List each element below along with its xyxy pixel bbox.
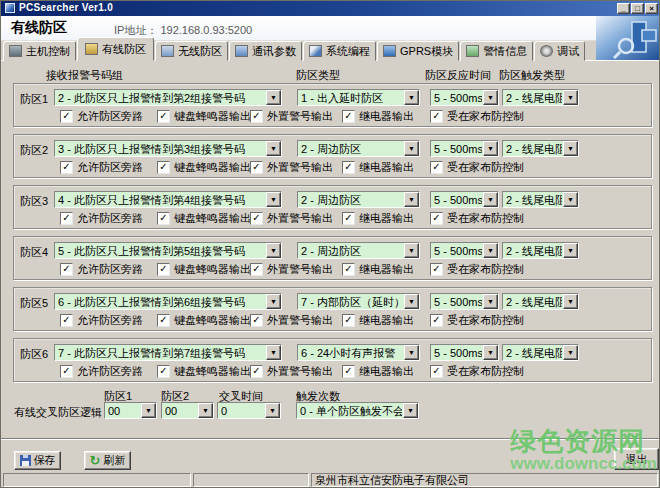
checkbox-external-siren[interactable]: ✓ 外置警号输出	[250, 313, 333, 327]
checkbox-keypad-buzzer[interactable]: ✓ 键盘蜂鸣器输出	[157, 313, 251, 327]
checkbox-checked-icon[interactable]: ✓	[60, 365, 73, 378]
checkbox-home-arm-control[interactable]: ✓ 受在家布防控制	[430, 262, 524, 276]
checkbox-home-arm-control[interactable]: ✓ 受在家布防控制	[430, 160, 524, 174]
checkbox-checked-icon[interactable]: ✓	[342, 161, 355, 174]
checkbox-allow-bypass[interactable]: ✓ 允许防区旁路	[60, 109, 143, 123]
checkbox-external-siren[interactable]: ✓ 外置警号输出	[250, 262, 333, 276]
refresh-button[interactable]: ↻ 刷新	[84, 451, 131, 470]
checkbox-external-siren[interactable]: ✓ 外置警号输出	[250, 160, 333, 174]
checkbox-keypad-buzzer[interactable]: ✓ 键盘蜂鸣器输出	[157, 364, 251, 378]
trigger-type-select[interactable]: 2 - 线尾电阻 ▼	[502, 344, 579, 361]
checkbox-checked-icon[interactable]: ✓	[157, 212, 170, 225]
alarm-group-select[interactable]: 3 - 此防区只上报警情到第3组接警号码 ▼	[54, 140, 282, 157]
trigger-count-select[interactable]: 0 - 单个防区触发不会产 ▼	[296, 402, 419, 419]
dropdown-arrow-icon[interactable]: ▼	[266, 90, 281, 105]
trigger-type-select[interactable]: 2 - 线尾电阻 ▼	[502, 140, 579, 157]
dropdown-arrow-icon[interactable]: ▼	[483, 345, 498, 360]
zone-type-select[interactable]: 7 - 内部防区（延时） ▼	[297, 293, 420, 310]
response-time-select[interactable]: 5 - 500ms ▼	[430, 191, 499, 208]
checkbox-allow-bypass[interactable]: ✓ 允许防区旁路	[60, 262, 143, 276]
checkbox-allow-bypass[interactable]: ✓ 允许防区旁路	[60, 160, 143, 174]
dropdown-arrow-icon[interactable]: ▼	[404, 192, 419, 207]
close-button[interactable]: ×	[645, 3, 658, 14]
checkbox-relay-output[interactable]: ✓ 继电器输出	[342, 262, 414, 276]
checkbox-home-arm-control[interactable]: ✓ 受在家布防控制	[430, 313, 524, 327]
dropdown-arrow-icon[interactable]: ▼	[483, 243, 498, 258]
checkbox-external-siren[interactable]: ✓ 外置警号输出	[250, 211, 333, 225]
alarm-group-select[interactable]: 5 - 此防区只上报警情到第5组接警号码 ▼	[54, 242, 282, 259]
dropdown-arrow-icon[interactable]: ▼	[563, 141, 578, 156]
dropdown-arrow-icon[interactable]: ▼	[141, 403, 156, 418]
response-time-select[interactable]: 5 - 500ms ▼	[430, 89, 499, 106]
checkbox-keypad-buzzer[interactable]: ✓ 键盘蜂鸣器输出	[157, 109, 251, 123]
dropdown-arrow-icon[interactable]: ▼	[266, 192, 281, 207]
dropdown-arrow-icon[interactable]: ▼	[563, 192, 578, 207]
dropdown-arrow-icon[interactable]: ▼	[404, 90, 419, 105]
checkbox-checked-icon[interactable]: ✓	[250, 212, 263, 225]
cross-zone2-select[interactable]: 00 ▼	[161, 402, 214, 419]
tab[interactable]: GPRS模块	[377, 41, 459, 61]
checkbox-checked-icon[interactable]: ✓	[157, 314, 170, 327]
maximize-button[interactable]: □	[631, 3, 644, 14]
checkbox-keypad-buzzer[interactable]: ✓ 键盘蜂鸣器输出	[157, 211, 251, 225]
checkbox-keypad-buzzer[interactable]: ✓ 键盘蜂鸣器输出	[157, 262, 251, 276]
minimize-button[interactable]: _	[617, 3, 630, 14]
dropdown-arrow-icon[interactable]: ▼	[563, 345, 578, 360]
alarm-group-select[interactable]: 6 - 此防区只上报警情到第6组接警号码 ▼	[54, 293, 282, 310]
exit-button[interactable]: 退出	[614, 448, 659, 470]
checkbox-external-siren[interactable]: ✓ 外置警号输出	[250, 364, 333, 378]
checkbox-relay-output[interactable]: ✓ 继电器输出	[342, 160, 414, 174]
dropdown-arrow-icon[interactable]: ▼	[483, 90, 498, 105]
dropdown-arrow-icon[interactable]: ▼	[266, 294, 281, 309]
tab[interactable]: 有线防区	[77, 37, 154, 61]
checkbox-checked-icon[interactable]: ✓	[430, 212, 443, 225]
save-button[interactable]: 保存	[14, 451, 61, 470]
tab[interactable]: 主机控制	[3, 41, 76, 61]
checkbox-checked-icon[interactable]: ✓	[250, 110, 263, 123]
dropdown-arrow-icon[interactable]: ▼	[266, 243, 281, 258]
checkbox-checked-icon[interactable]: ✓	[157, 263, 170, 276]
checkbox-relay-output[interactable]: ✓ 继电器输出	[342, 109, 414, 123]
dropdown-arrow-icon[interactable]: ▼	[404, 294, 419, 309]
tab[interactable]: 系统编程	[303, 41, 376, 61]
dropdown-arrow-icon[interactable]: ▼	[266, 141, 281, 156]
tab[interactable]: 警情信息	[460, 41, 533, 61]
dropdown-arrow-icon[interactable]: ▼	[563, 243, 578, 258]
trigger-type-select[interactable]: 2 - 线尾电阻 ▼	[502, 242, 579, 259]
checkbox-checked-icon[interactable]: ✓	[157, 110, 170, 123]
dropdown-arrow-icon[interactable]: ▼	[404, 345, 419, 360]
checkbox-checked-icon[interactable]: ✓	[342, 263, 355, 276]
checkbox-relay-output[interactable]: ✓ 继电器输出	[342, 364, 414, 378]
checkbox-checked-icon[interactable]: ✓	[250, 314, 263, 327]
checkbox-home-arm-control[interactable]: ✓ 受在家布防控制	[430, 211, 524, 225]
dropdown-arrow-icon[interactable]: ▼	[404, 243, 419, 258]
trigger-type-select[interactable]: 2 - 线尾电阻 ▼	[502, 293, 579, 310]
dropdown-arrow-icon[interactable]: ▼	[403, 403, 418, 418]
zone-type-select[interactable]: 2 - 周边防区 ▼	[297, 242, 420, 259]
checkbox-checked-icon[interactable]: ✓	[430, 263, 443, 276]
checkbox-checked-icon[interactable]: ✓	[430, 365, 443, 378]
dropdown-arrow-icon[interactable]: ▼	[483, 141, 498, 156]
alarm-group-select[interactable]: 4 - 此防区只上报警情到第4组接警号码 ▼	[54, 191, 282, 208]
alarm-group-select[interactable]: 7 - 此防区只上报警情到第7组接警号码 ▼	[54, 344, 282, 361]
checkbox-checked-icon[interactable]: ✓	[430, 314, 443, 327]
checkbox-checked-icon[interactable]: ✓	[157, 161, 170, 174]
dropdown-arrow-icon[interactable]: ▼	[483, 294, 498, 309]
zone-type-select[interactable]: 2 - 周边防区 ▼	[297, 140, 420, 157]
response-time-select[interactable]: 5 - 500ms ▼	[430, 344, 499, 361]
checkbox-checked-icon[interactable]: ✓	[430, 110, 443, 123]
response-time-select[interactable]: 5 - 500ms ▼	[430, 293, 499, 310]
checkbox-home-arm-control[interactable]: ✓ 受在家布防控制	[430, 364, 524, 378]
dropdown-arrow-icon[interactable]: ▼	[563, 90, 578, 105]
checkbox-checked-icon[interactable]: ✓	[342, 314, 355, 327]
checkbox-checked-icon[interactable]: ✓	[60, 263, 73, 276]
response-time-select[interactable]: 5 - 500ms ▼	[430, 242, 499, 259]
dropdown-arrow-icon[interactable]: ▼	[265, 403, 280, 418]
checkbox-checked-icon[interactable]: ✓	[60, 314, 73, 327]
dropdown-arrow-icon[interactable]: ▼	[404, 141, 419, 156]
checkbox-checked-icon[interactable]: ✓	[250, 161, 263, 174]
zone-type-select[interactable]: 1 - 出入延时防区 ▼	[297, 89, 420, 106]
tab[interactable]: 调试	[534, 41, 585, 61]
checkbox-relay-output[interactable]: ✓ 继电器输出	[342, 211, 414, 225]
dropdown-arrow-icon[interactable]: ▼	[483, 192, 498, 207]
